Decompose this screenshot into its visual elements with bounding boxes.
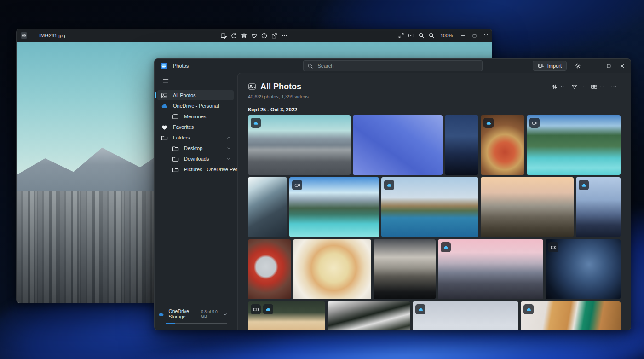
actual-size-icon	[408, 32, 414, 39]
sidebar: All PhotosOneDrive - PersonalMemoriesFav…	[155, 73, 237, 330]
photo-lake-and-hills[interactable]	[381, 177, 478, 237]
storage-label: OneDrive Storage	[169, 308, 201, 319]
import-button[interactable]: Import	[533, 61, 567, 71]
actual-size-button[interactable]	[406, 30, 416, 41]
photos-maximize-button[interactable]	[602, 59, 615, 73]
sidebar-item-folders[interactable]: Folders	[157, 133, 234, 143]
viewer-close-button[interactable]	[480, 29, 492, 41]
chevron-down-icon[interactable]	[560, 85, 564, 89]
sidebar-item-desktop[interactable]: Desktop	[157, 143, 234, 153]
cloud-badge	[415, 304, 426, 314]
sidebar-item-label: Favorites	[173, 124, 194, 130]
photo-red-playground-above[interactable]	[248, 239, 291, 299]
photo-ramen-bowl[interactable]	[248, 301, 325, 330]
import-label: Import	[547, 63, 562, 69]
zoom-in-button[interactable]	[426, 30, 437, 41]
cloud-badge	[441, 242, 451, 252]
sidebar-item-label: Folders	[173, 135, 190, 140]
share-button[interactable]	[270, 30, 280, 41]
sidebar-item-downloads[interactable]: Downloads	[157, 154, 234, 164]
sidebar-item-pictures-onedrive-personal[interactable]: Pictures - OneDrive Personal	[157, 164, 234, 174]
import-icon	[538, 63, 544, 69]
sidebar-nav: All PhotosOneDrive - PersonalMemoriesFav…	[155, 90, 237, 174]
chevron-down-icon[interactable]	[580, 85, 584, 89]
search-input[interactable]	[317, 63, 478, 69]
panel-resize-handle[interactable]	[237, 204, 239, 212]
zoom-out-button[interactable]	[416, 30, 426, 41]
more-options-button[interactable]	[608, 81, 619, 92]
search-box[interactable]	[303, 60, 483, 71]
grid-toolbar	[549, 81, 619, 92]
photo-night-sky-clouds[interactable]	[445, 115, 478, 175]
photo-swing-ride-sky[interactable]	[353, 115, 443, 175]
chevron-down-icon[interactable]	[226, 145, 231, 151]
photo-starry-night-trees[interactable]	[546, 239, 621, 299]
settings-button[interactable]	[571, 60, 584, 72]
chevron-down-icon[interactable]	[600, 85, 604, 89]
cloud-badge	[483, 118, 494, 128]
photo-turquoise-lake-mountains[interactable]	[289, 177, 379, 237]
sidebar-item-all-photos[interactable]: All Photos	[157, 90, 234, 100]
photo-shrimp-pasta[interactable]	[293, 239, 371, 299]
content-panel: All Photos 40,639 photos, 1,399 videos S…	[237, 73, 631, 330]
cloud-badge	[384, 180, 394, 190]
photo-rocky-shore-sun[interactable]	[248, 177, 287, 237]
info-button[interactable]	[259, 30, 270, 41]
edit-image-button[interactable]	[219, 30, 229, 41]
sort-button[interactable]	[549, 81, 560, 92]
sidebar-item-label: Downloads	[184, 156, 209, 162]
viewer-view-controls: 100%	[396, 29, 492, 42]
sidebar-item-label: Desktop	[184, 145, 202, 151]
photo-storm-clouds[interactable]	[374, 239, 436, 299]
viewer-toolbar	[219, 30, 290, 41]
photo-fence-bicycle-sunset[interactable]	[481, 177, 574, 237]
layout-button[interactable]	[588, 81, 599, 92]
photos-titlebar[interactable]: Photos Import	[155, 59, 631, 73]
photo-seattle-skyline-sunset[interactable]	[438, 239, 543, 299]
video-badge	[548, 242, 558, 252]
delete-button[interactable]	[239, 30, 249, 41]
favorite-heart-icon	[251, 32, 258, 39]
chevron-up-icon[interactable]	[226, 135, 231, 140]
viewer-minimize-button[interactable]	[457, 29, 469, 41]
photo-pizza-and-latte[interactable]	[521, 301, 621, 330]
photos-minimize-button[interactable]	[589, 59, 602, 73]
photos-app-window: Photos Import All PhotosOneDriv	[154, 58, 631, 330]
photo-brunch-skillet[interactable]	[481, 115, 524, 175]
video-badge	[251, 304, 261, 314]
sidebar-item-favorites[interactable]: Favorites	[157, 122, 234, 132]
video-badge-icon	[294, 182, 300, 188]
desktop: IMG261.jpg 100%	[0, 0, 644, 359]
sidebar-item-memories[interactable]: Memories	[157, 111, 234, 122]
folder-icon	[161, 134, 168, 141]
maximize-icon	[472, 33, 477, 39]
video-badge	[529, 118, 540, 128]
photo-bridge-turquoise-river[interactable]	[527, 115, 621, 175]
photos-close-button[interactable]	[615, 59, 629, 73]
cloud-badge-icon	[581, 182, 587, 188]
filter-button[interactable]	[569, 81, 580, 92]
more-options-button[interactable]	[280, 30, 290, 41]
memories-icon	[172, 113, 179, 120]
fullscreen-button[interactable]	[396, 30, 406, 41]
chevron-down-icon[interactable]	[226, 156, 231, 162]
photo-city-skyline-mountains[interactable]	[248, 115, 351, 175]
photo-black-white-waves[interactable]	[328, 301, 410, 330]
viewer-titlebar[interactable]: IMG261.jpg 100%	[17, 29, 492, 42]
rotate-button[interactable]	[229, 30, 239, 41]
all-photos-icon	[248, 82, 256, 91]
share-icon	[271, 32, 278, 39]
onedrive-storage[interactable]: OneDrive Storage 0.8 of 5.0 GB	[158, 308, 228, 324]
photo-grid-row	[248, 239, 619, 299]
favorite-button[interactable]	[249, 30, 259, 41]
photo-overcast-sky[interactable]	[413, 301, 518, 330]
navigation-menu-button[interactable]	[159, 75, 172, 86]
photos-titlebar-controls: Import	[533, 59, 629, 73]
photo-harbor-at-dusk[interactable]	[576, 177, 621, 237]
sidebar-item-onedrive-personal[interactable]: OneDrive - Personal	[157, 101, 234, 111]
cloud-badge-icon	[486, 120, 492, 126]
storage-progress-bar	[166, 323, 227, 324]
viewer-maximize-button[interactable]	[469, 29, 480, 41]
folder-icon	[172, 156, 179, 162]
folder-icon	[172, 166, 179, 173]
